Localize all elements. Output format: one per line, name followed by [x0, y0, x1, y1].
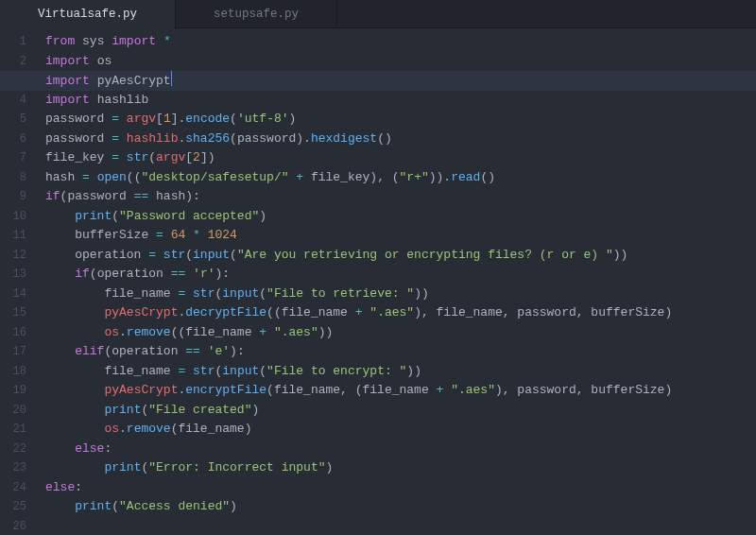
code-line[interactable]: import hashlib [45, 91, 756, 111]
line-number: 18 [0, 362, 36, 382]
tab-virtualsafe[interactable]: Virtualsafe.py [0, 0, 176, 28]
code-line[interactable]: file_name = str(input("File to encrypt: … [45, 362, 756, 382]
line-number: 12 [0, 246, 36, 266]
line-number: 22 [0, 440, 36, 459]
code-line[interactable]: os.remove((file_name + ".aes")) [45, 323, 756, 343]
line-number: 14 [0, 285, 36, 304]
line-number: 2 [0, 52, 36, 72]
line-number-gutter: 1234567891011121314151617181920212223242… [0, 28, 36, 535]
line-number: 25 [0, 497, 36, 517]
line-number: 21 [0, 420, 36, 440]
code-line[interactable]: print("Error: Incorrect input") [45, 458, 756, 478]
code-line[interactable] [45, 517, 756, 536]
code-line[interactable]: from sys import * [45, 32, 756, 52]
line-number: 9 [0, 187, 36, 207]
code-line[interactable]: else: [45, 478, 756, 498]
code-line[interactable]: file_key = str(argv[2]) [45, 148, 756, 168]
code-line[interactable]: if(operation == 'r'): [45, 265, 756, 285]
code-line[interactable]: pyAesCrypt.encryptFile(file_name, (file_… [45, 381, 756, 401]
code-line[interactable]: print("File created") [45, 401, 756, 421]
line-number: 10 [0, 207, 36, 227]
code-line[interactable]: elif(operation == 'e'): [45, 342, 756, 362]
line-number: 13 [0, 265, 36, 285]
line-number: 11 [0, 226, 36, 246]
line-number: 7 [0, 148, 36, 168]
code-line[interactable]: if(password == hash): [45, 187, 756, 207]
code-line[interactable]: print("Access denied") [45, 497, 756, 517]
code-line[interactable]: password = argv[1].encode('utf-8') [45, 110, 756, 129]
code-line[interactable]: operation = str(input("Are you retrievin… [45, 246, 756, 266]
text-cursor [171, 71, 172, 86]
code-editor[interactable]: 1234567891011121314151617181920212223242… [0, 28, 756, 535]
line-number: 17 [0, 342, 36, 362]
code-line[interactable]: print("Password accepted") [45, 207, 756, 227]
code-line[interactable]: password = hashlib.sha256(password).hexd… [45, 129, 756, 149]
line-number: 19 [0, 381, 36, 401]
code-line[interactable]: bufferSize = 64 * 1024 [45, 226, 756, 246]
code-line[interactable]: import os [45, 52, 756, 72]
code-line[interactable]: hash = open(("desktop/safesetup/" + file… [45, 168, 756, 188]
line-number: 8 [0, 168, 36, 188]
code-line[interactable]: file_name = str(input("File to retrieve:… [45, 285, 756, 304]
line-number: 23 [0, 458, 36, 478]
code-line[interactable]: else: [45, 440, 756, 459]
code-area[interactable]: from sys import *import osimport pyAesCr… [36, 28, 756, 535]
tab-bar: Virtualsafe.py setupsafe.py [0, 0, 756, 28]
line-number: 5 [0, 110, 36, 129]
line-number: 15 [0, 303, 36, 323]
line-number: 26 [0, 517, 36, 536]
tab-setupsafe[interactable]: setupsafe.py [176, 0, 337, 28]
line-number: 20 [0, 401, 36, 421]
line-number: 6 [0, 129, 36, 149]
line-number: 24 [0, 478, 36, 498]
line-number: 1 [0, 32, 36, 52]
code-line[interactable]: os.remove(file_name) [45, 420, 756, 440]
code-line[interactable]: pyAesCrypt.decryptFile((file_name + ".ae… [45, 303, 756, 323]
code-line[interactable]: import pyAesCrypt [45, 71, 756, 91]
line-number: 16 [0, 323, 36, 343]
line-number: 4 [0, 91, 36, 111]
